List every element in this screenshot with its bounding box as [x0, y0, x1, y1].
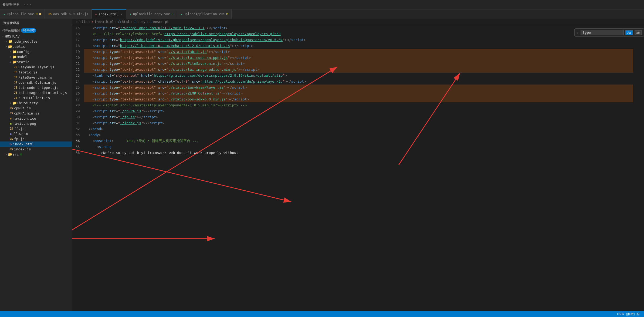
find-bar: › Aa ab [574, 28, 644, 37]
breadcrumb-html-icon: ◇ [91, 20, 93, 24]
folder-icon-third: 📁 [12, 101, 17, 105]
tree-item-cprpamin[interactable]: JS cpRPA.min.js [0, 111, 72, 116]
unsaved-badge: 1个未保存 [21, 28, 36, 33]
explorer-header: 资源管理器 [0, 19, 72, 27]
match-case-button[interactable]: Aa [625, 30, 633, 35]
breadcrumb-sep-1: › [88, 20, 90, 24]
tree-item-public[interactable]: ▾ 📂 public [0, 44, 72, 49]
vue-icon-3: ⬧ [180, 12, 182, 16]
tree-item-cprpa[interactable]: JS cpRPA.js [0, 106, 72, 111]
code-line-23: <link rel="stylesheet" href="https://g.a… [84, 73, 633, 79]
line-num-15: 15 [76, 25, 80, 31]
tree-item-easywasm[interactable]: JS EasyWasmPlayer.js [0, 65, 72, 70]
tree-item-static[interactable]: ▾ 📂 static [0, 59, 72, 65]
tree-item-ffjs[interactable]: JS ff.js [0, 126, 72, 131]
code-line-32: </head> [84, 126, 633, 132]
js-icon-cprpa: JS [10, 107, 13, 110]
breadcrumb-sep-3: › [131, 20, 133, 24]
item-label: model [17, 55, 27, 59]
tree-item-tuiimage[interactable]: JS tui-image-editor.min.js [0, 90, 72, 95]
line-num-18: 18 [76, 43, 80, 49]
html-icon-tree: ◇ [10, 142, 12, 146]
tab-uploadapplication[interactable]: ⬧ uploadApplication.vue M [177, 9, 232, 19]
tree-item-indexhtml[interactable]: ◇ index.html [0, 141, 72, 147]
breadcrumb-noscript-tag-icon: ⬡ [150, 20, 152, 24]
folder-icon-model: 📁 [12, 55, 17, 59]
code-line-35: <strong [84, 144, 633, 150]
line-num-31: 31 [76, 120, 80, 126]
code-line-30: <script src="./fp.js"></script> [84, 114, 633, 120]
js-icon-fabric: JS [14, 71, 17, 74]
tree-item-indexjs[interactable]: JS index.js [0, 147, 72, 152]
item-label: index.html [13, 142, 34, 146]
png-icon: ▣ [10, 122, 12, 126]
item-label: EasyWasmPlayer.js [18, 65, 54, 69]
git-dot [20, 153, 22, 156]
code-line-26: <script type="text/javascript" src="./st… [84, 90, 633, 96]
tree-item-fabric[interactable]: JS fabric.js [0, 70, 72, 75]
code-line-28: <!-- <script src="./assts/aliplayercompo… [84, 102, 633, 108]
line-num-35: 35 [76, 144, 80, 150]
whole-word-button[interactable]: ab [635, 30, 642, 35]
tab-close-icon[interactable]: ✕ [121, 12, 123, 16]
tab-label: uploadFile.vue [7, 12, 34, 16]
status-text: CSDN @拾荒日报 [615, 312, 642, 316]
item-label: configs [17, 50, 32, 54]
tree-item-src[interactable]: ▾ 📂 src [0, 152, 72, 157]
code-line-36: >We're sorry but biyi-framework-web does… [84, 150, 633, 156]
item-label: node_modules [12, 39, 38, 43]
code-editor[interactable]: 15 16 17 18 19 20 21 22 23 24 25 26 27 2… [72, 25, 644, 311]
tree-item-favicon-png[interactable]: ▣ favicon.png [0, 121, 72, 126]
tab-uploadfile-copy[interactable]: ⬧ uploadFile copy.vue U [126, 9, 177, 19]
line-num-23: 23 [76, 73, 80, 79]
tree-item-oossdk[interactable]: JS oos-sdk-6.0.min.js [0, 80, 72, 85]
open-editors-label: 打开的编辑器 [2, 29, 20, 33]
code-line-29: <script src="./cpRPA.js"></script> [84, 108, 633, 114]
status-bar: CSDN @拾荒日报 [0, 311, 644, 317]
item-label: index.js [14, 147, 31, 151]
tab-label: index.html [99, 12, 118, 16]
item-label: public [12, 45, 25, 49]
code-line-16: <!-- <link rel="stylesheet" href="https:… [84, 31, 633, 37]
tab-label: oos-sdk-6.0.min.js [53, 12, 88, 16]
tree-root-hostuav[interactable]: ▾ HOSTUAV [0, 34, 72, 39]
tab-index-html[interactable]: ◇ index.html ✕ [92, 9, 126, 19]
find-input[interactable] [581, 30, 624, 35]
line-num-32: 32 [76, 126, 80, 132]
folder-icon-configs: 📁 [12, 50, 17, 54]
folder-icon: 📁 [8, 39, 12, 43]
tree-item-tuicode[interactable]: JS tui-code-snippet.js [0, 85, 72, 90]
item-label: fp.js [14, 137, 25, 141]
line-num-27: 27 [76, 96, 80, 102]
title-bar-menu[interactable]: ··· [23, 2, 32, 7]
find-collapse-icon[interactable]: › [577, 31, 579, 35]
js-icon-oossdk: JS [14, 81, 17, 84]
open-editors-section[interactable]: 打开的编辑器 1个未保存 [0, 27, 72, 34]
tab-label: uploadFile copy.vue [133, 12, 170, 16]
tab-modified-badge: M [36, 12, 38, 16]
line-num-26: 26 [76, 90, 80, 96]
line-num-20: 20 [76, 55, 80, 61]
item-label: fabric.js [18, 70, 37, 74]
code-lines: <script src="//webapi.amap.com/ui/1.1/ma… [84, 25, 644, 156]
tree-item-model[interactable]: › 📁 model [0, 54, 72, 59]
code-line-31: <script src="./index.js"></script> [84, 120, 633, 126]
line-num-17: 17 [76, 37, 80, 43]
tree-item-fpjs[interactable]: JS fp.js [0, 136, 72, 141]
wasm-icon: ◈ [10, 132, 12, 136]
tab-uploadfile-vue[interactable]: ⬧ uploadFile.vue M [0, 9, 45, 19]
tree-item-favicon-ico[interactable]: ★ favicon.ico [0, 116, 72, 121]
html-icon: ◇ [95, 12, 97, 16]
line-num-16: 16 [76, 31, 80, 37]
tree-item-configs[interactable]: › 📁 configs [0, 49, 72, 54]
tab-oos-sdk[interactable]: JS oos-sdk-6.0.min.js [45, 9, 92, 19]
item-label: cpRPA.min.js [14, 111, 39, 115]
tree-item-thirdparty[interactable]: › 📁 ThirdParty [0, 100, 72, 106]
tree-item-ffwasm[interactable]: ◈ ff.wasm [0, 131, 72, 136]
tree-item-zlmrtc[interactable]: JS ZLMRTCClient.js [0, 95, 72, 100]
js-icon-cprpamin: JS [10, 112, 13, 115]
breadcrumb-sep-4: › [146, 20, 148, 24]
tree-item-filesaver[interactable]: JS FileSaver.min.js [0, 75, 72, 80]
chevron-right-icon-third: › [10, 102, 11, 104]
tree-item-node-modules[interactable]: › 📁 node_modules [0, 39, 72, 44]
